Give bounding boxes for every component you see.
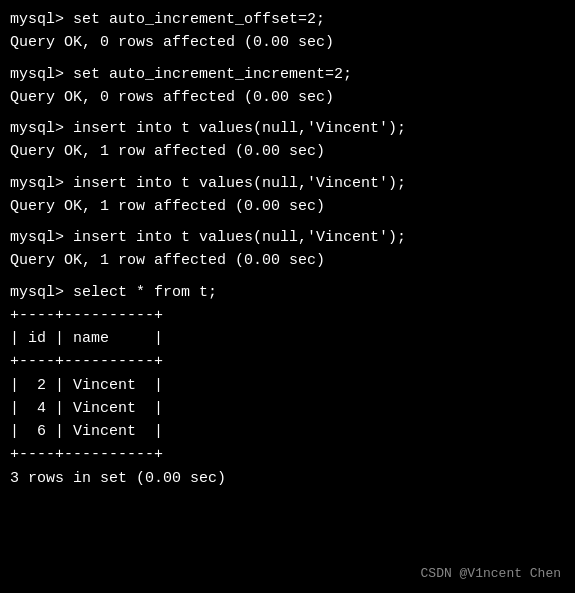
- terminal-line: | 6 | Vincent |: [10, 420, 565, 443]
- terminal-line: | 2 | Vincent |: [10, 374, 565, 397]
- terminal-line: | 4 | Vincent |: [10, 397, 565, 420]
- terminal-line: mysql> insert into t values(null,'Vincen…: [10, 226, 565, 249]
- terminal-line: 3 rows in set (0.00 sec): [10, 467, 565, 490]
- terminal-content: mysql> set auto_increment_offset=2;Query…: [10, 8, 565, 490]
- terminal-line: | id | name |: [10, 327, 565, 350]
- terminal-line: Query OK, 1 row affected (0.00 sec): [10, 195, 565, 218]
- terminal-line: mysql> insert into t values(null,'Vincen…: [10, 172, 565, 195]
- terminal-line: mysql> set auto_increment_increment=2;: [10, 63, 565, 86]
- watermark: CSDN @V1ncent Chen: [421, 566, 561, 581]
- terminal-spacer: [10, 164, 565, 172]
- terminal-spacer: [10, 218, 565, 226]
- terminal-line: mysql> insert into t values(null,'Vincen…: [10, 117, 565, 140]
- terminal-line: +----+----------+: [10, 304, 565, 327]
- terminal-line: Query OK, 0 rows affected (0.00 sec): [10, 31, 565, 54]
- terminal-line: +----+----------+: [10, 350, 565, 373]
- terminal-spacer: [10, 55, 565, 63]
- terminal-spacer: [10, 273, 565, 281]
- terminal-window: mysql> set auto_increment_offset=2;Query…: [0, 0, 575, 593]
- terminal-line: +----+----------+: [10, 443, 565, 466]
- terminal-line: mysql> select * from t;: [10, 281, 565, 304]
- terminal-spacer: [10, 109, 565, 117]
- terminal-line: Query OK, 0 rows affected (0.00 sec): [10, 86, 565, 109]
- terminal-line: mysql> set auto_increment_offset=2;: [10, 8, 565, 31]
- terminal-line: Query OK, 1 row affected (0.00 sec): [10, 140, 565, 163]
- terminal-line: Query OK, 1 row affected (0.00 sec): [10, 249, 565, 272]
